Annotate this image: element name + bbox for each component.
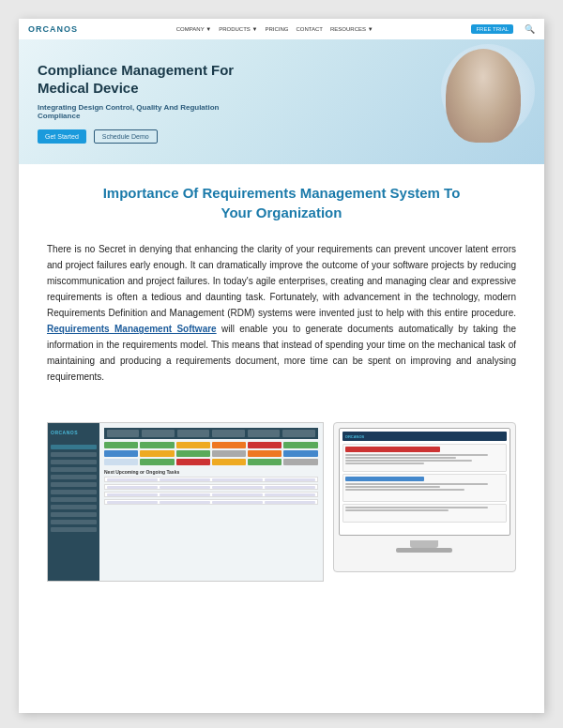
banner-person-image xyxy=(446,49,521,143)
article-title: Importance Of Requirements Management Sy… xyxy=(47,183,516,222)
cell-green-4 xyxy=(176,450,210,457)
sidebar-item-1[interactable] xyxy=(51,445,97,449)
color-row-2 xyxy=(104,450,318,457)
nav-item-resources[interactable]: RESOURCES ▼ xyxy=(330,26,373,32)
screen-line-5 xyxy=(345,483,488,485)
monitor-frame: ORCANOS xyxy=(333,422,516,572)
cell-yellow-1 xyxy=(176,442,210,448)
nav-item-contact[interactable]: CONTACT xyxy=(296,26,323,32)
sidebar-item-11[interactable] xyxy=(51,520,97,524)
color-row-1 xyxy=(104,442,318,448)
sidebar-item-6[interactable] xyxy=(51,482,97,487)
header-cell-4 xyxy=(212,430,244,437)
cell-light-1 xyxy=(104,459,138,465)
data-row-4 xyxy=(104,499,318,505)
screen-logo: ORCANOS xyxy=(345,434,364,439)
data-cell-11 xyxy=(212,493,263,496)
sidebar-item-3[interactable] xyxy=(51,460,97,464)
banner: ORCANOS COMPANY ▼ PRODUCTS ▼ PRICING CON… xyxy=(19,19,544,164)
cell-green-2 xyxy=(140,442,174,448)
data-row-2 xyxy=(104,484,318,490)
article-title-line1: Importance Of Requirements Management Sy… xyxy=(103,185,461,201)
screenshot-right: ORCANOS xyxy=(333,422,516,582)
requirements-management-software-link[interactable]: Requirements Management Software xyxy=(47,324,217,334)
screen-text-lines-2 xyxy=(345,483,504,491)
sidebar-item-2[interactable] xyxy=(51,452,97,457)
data-cell-9 xyxy=(107,493,158,496)
sidebar-item-9[interactable] xyxy=(51,505,97,509)
screen-block-3 xyxy=(342,504,507,523)
screenshot-left: ORCANOS xyxy=(47,422,324,582)
header-cell-6 xyxy=(282,430,314,437)
article-area: Importance Of Requirements Management Sy… xyxy=(19,164,544,403)
banner-nav: ORCANOS COMPANY ▼ PRODUCTS ▼ PRICING CON… xyxy=(19,19,544,39)
data-cell-14 xyxy=(160,501,210,504)
page-container: ORCANOS COMPANY ▼ PRODUCTS ▼ PRICING CON… xyxy=(19,19,544,713)
screen-line-6 xyxy=(345,486,441,488)
data-cell-6 xyxy=(160,486,210,489)
banner-buttons: Get Started Schedule Demo xyxy=(38,129,525,144)
cell-blue-2 xyxy=(283,450,317,457)
sidebar-item-12[interactable] xyxy=(51,527,97,532)
cell-blue-1 xyxy=(104,450,138,457)
screen-red-indicator xyxy=(345,447,441,452)
screen-line-3 xyxy=(345,460,472,462)
cell-yellow-3 xyxy=(212,459,246,465)
sidebar-item-5[interactable] xyxy=(51,475,97,479)
nav-item-pricing[interactable]: PRICING xyxy=(265,26,288,32)
screen-block-1 xyxy=(342,444,507,472)
sidebar-item-10[interactable] xyxy=(51,512,97,517)
nav-item-products[interactable]: PRODUCTS ▼ xyxy=(219,26,257,32)
article-body-text1: There is no Secret in denying that enhan… xyxy=(47,244,516,318)
dashboard-main: Next Upcoming or Ongoing Tasks xyxy=(99,423,323,581)
get-started-button[interactable]: Get Started xyxy=(38,129,86,144)
sidebar-item-8[interactable] xyxy=(51,497,97,502)
table-header xyxy=(104,428,318,439)
cell-gray-2 xyxy=(283,459,317,465)
schedule-demo-button[interactable]: Schedule Demo xyxy=(94,129,158,144)
screen-content: ORCANOS xyxy=(340,429,510,527)
screen-blue-indicator xyxy=(345,477,425,481)
dashboard-logo: ORCANOS xyxy=(51,428,97,437)
cell-red-2 xyxy=(176,459,210,465)
cell-green-1 xyxy=(104,442,138,448)
data-row-3 xyxy=(104,492,318,497)
cell-green-6 xyxy=(248,459,282,465)
data-cell-2 xyxy=(160,478,210,481)
screen-block-2 xyxy=(342,474,507,502)
search-icon[interactable]: 🔍 xyxy=(525,24,535,34)
data-row-1 xyxy=(104,477,318,482)
data-cell-13 xyxy=(107,501,158,504)
banner-content: Compliance Management For Medical Device… xyxy=(19,39,544,164)
banner-logo: ORCANOS xyxy=(28,24,78,34)
screen-line-7 xyxy=(345,489,464,491)
data-cell-15 xyxy=(212,501,263,504)
data-cell-16 xyxy=(265,501,315,504)
dashboard-sidebar: ORCANOS xyxy=(48,423,99,581)
sidebar-item-7[interactable] xyxy=(51,490,97,494)
cell-green-3 xyxy=(283,442,317,448)
header-cell-2 xyxy=(142,430,174,437)
article-body: There is no Secret in denying that enhan… xyxy=(47,241,516,385)
cell-yellow-2 xyxy=(140,450,174,457)
nav-free-trial-button[interactable]: FREE TRIAL xyxy=(471,24,513,34)
screen-line-2 xyxy=(345,457,456,459)
header-cell-3 xyxy=(177,430,209,437)
data-cell-4 xyxy=(265,478,315,481)
screen-line-1 xyxy=(345,454,488,456)
screen-top-bar: ORCANOS xyxy=(342,432,507,441)
banner-subtitle: Integrating Design Control, Quality And … xyxy=(38,103,225,120)
screen-text-lines-1 xyxy=(345,454,504,464)
cell-orange-2 xyxy=(248,450,282,457)
banner-nav-items: COMPANY ▼ PRODUCTS ▼ PRICING CONTACT RES… xyxy=(89,26,460,32)
data-cell-7 xyxy=(212,486,263,489)
data-cell-10 xyxy=(160,493,210,496)
data-cell-3 xyxy=(212,478,263,481)
screen-line-9 xyxy=(345,509,449,511)
sidebar-item-4[interactable] xyxy=(51,467,97,472)
data-cell-1 xyxy=(107,478,158,481)
monitor-stand xyxy=(410,540,438,548)
nav-item-company[interactable]: COMPANY ▼ xyxy=(176,26,211,32)
data-cell-12 xyxy=(265,493,315,496)
data-cell-8 xyxy=(265,486,315,489)
